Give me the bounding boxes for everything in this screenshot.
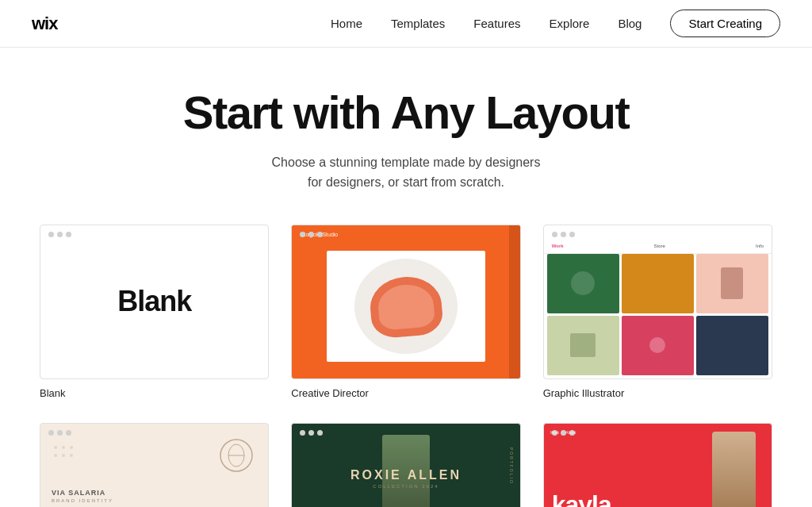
nav-link-blog[interactable]: Blog: [618, 17, 642, 30]
dot-2: [308, 430, 314, 436]
roxie-subtitle: Collection 2024: [350, 484, 462, 489]
gi-cell-1: [547, 254, 619, 313]
navbar: wix Home Templates Features Explore Blog…: [0, 0, 812, 48]
dot-2: [57, 232, 63, 237]
graphic-nav-info: Info: [756, 244, 764, 248]
blank-label: Blank: [117, 285, 191, 318]
squiggle-illustration: [216, 436, 256, 475]
svg-point-8: [70, 454, 73, 457]
svg-point-5: [70, 446, 73, 449]
start-creating-button[interactable]: Start Creating: [670, 10, 780, 37]
hero-title: Start with Any Layout: [16, 87, 796, 138]
dot-1: [552, 232, 557, 237]
creative-inner: Hotpole Studio: [292, 225, 519, 378]
via-salaria-name: VIA SALARIA BRAND IDENTITY: [52, 489, 113, 503]
kayla-title: kayla: [552, 492, 611, 507]
template-thumbnail-graphic: Work Store Info: [543, 225, 772, 379]
dot-3: [569, 232, 575, 237]
nav-link-features[interactable]: Features: [473, 17, 520, 30]
kayla-nav: Work About: [550, 430, 576, 435]
bottom-template-row: VIA SALARIA BRAND IDENTITY: [0, 423, 812, 507]
template-thumbnail-creative: Hotpole Studio: [291, 225, 520, 379]
graphic-grid: [547, 254, 768, 375]
roxie-title: ROXIE ALLEN: [350, 468, 462, 482]
template-grid: Blank Blank Hotpole Studio: [0, 225, 812, 423]
hero-section: Start with Any Layout Choose a stunning …: [0, 48, 812, 225]
nav-link-templates[interactable]: Templates: [391, 17, 445, 30]
dot-1: [48, 232, 54, 237]
browser-dots: [48, 232, 71, 237]
template-thumbnail-via-salaria: VIA SALARIA BRAND IDENTITY: [40, 423, 269, 507]
template-name-blank: Blank: [40, 387, 269, 399]
gi-cell-4: [547, 316, 619, 375]
gi-cell-2: [622, 254, 694, 313]
template-thumbnail-blank: Blank: [40, 225, 269, 379]
dot-2: [308, 232, 314, 237]
dot-3: [317, 232, 323, 237]
gi-cell-6: [696, 316, 768, 375]
svg-point-3: [54, 446, 57, 449]
template-card-blank[interactable]: Blank Blank: [40, 225, 269, 399]
kayla-person: [712, 432, 756, 507]
svg-point-7: [62, 454, 65, 457]
template-card-graphic[interactable]: Work Store Info: [543, 225, 772, 399]
roxie-side-label: PORTFOLIO: [509, 447, 514, 485]
roxie-name-block: ROXIE ALLEN Collection 2024: [350, 468, 462, 489]
graphic-nav-work: Work: [552, 244, 564, 248]
template-name-graphic: Graphic Illustrator: [543, 387, 772, 399]
gi-cell-3: [696, 254, 768, 313]
browser-dots-roxie: [300, 430, 323, 436]
hero-subtitle: Choose a stunning template made by desig…: [271, 152, 541, 193]
dot-1: [48, 430, 54, 436]
nav-links: Home Templates Features Explore Blog Sta…: [331, 10, 780, 37]
gi-cell-5: [622, 316, 694, 375]
nav-link-explore[interactable]: Explore: [550, 17, 590, 30]
svg-point-4: [62, 446, 65, 449]
creative-header: Hotpole Studio: [292, 225, 519, 242]
template-thumbnail-kayla: kayla Work About: [543, 423, 772, 507]
template-card-creative[interactable]: Hotpole Studio Creative Director: [291, 225, 520, 399]
dot-3: [66, 430, 71, 436]
texture-dots: [52, 444, 83, 475]
logo[interactable]: wix: [32, 13, 57, 34]
dot-2: [57, 430, 63, 436]
nav-link-home[interactable]: Home: [331, 17, 362, 30]
dot-3: [317, 430, 323, 436]
dot-1: [300, 232, 305, 237]
graphic-nav-store: Store: [654, 244, 665, 248]
template-name-creative: Creative Director: [291, 387, 520, 399]
dot-2: [561, 232, 566, 237]
svg-point-6: [54, 454, 57, 457]
browser-dots-graphic: [552, 232, 575, 237]
template-card-via-salaria[interactable]: VIA SALARIA BRAND IDENTITY: [40, 423, 269, 507]
browser-dots-beige: [48, 430, 71, 436]
graphic-nav: Work Store Info: [544, 240, 772, 254]
template-thumbnail-roxie: ROXIE ALLEN Collection 2024 PORTFOLIO: [291, 423, 520, 507]
template-card-roxie[interactable]: ROXIE ALLEN Collection 2024 PORTFOLIO: [291, 423, 520, 507]
template-card-kayla[interactable]: kayla Work About: [543, 423, 772, 507]
browser-dots-creative: [300, 232, 323, 237]
dot-3: [66, 232, 71, 237]
dot-1: [300, 430, 305, 436]
